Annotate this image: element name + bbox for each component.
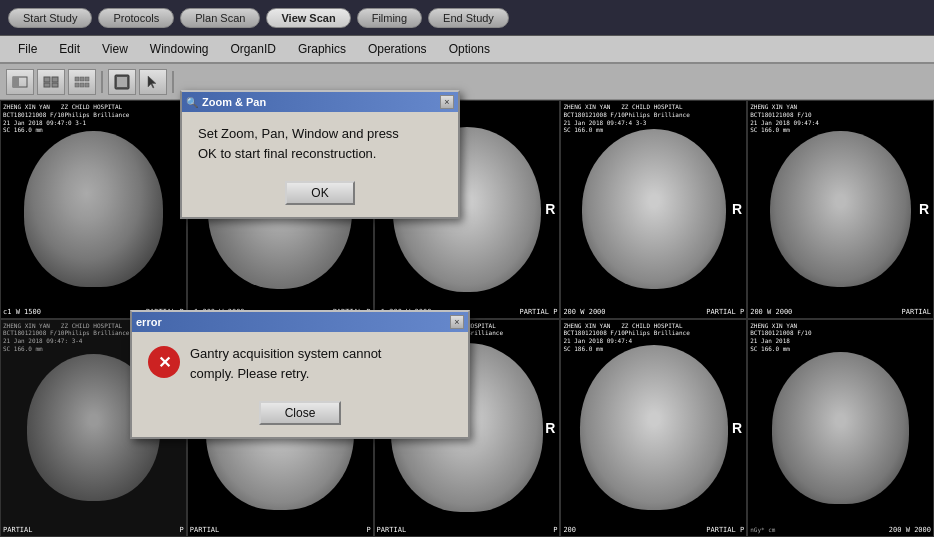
svg-marker-14	[148, 76, 156, 88]
top-navigation: Start Study Protocols Plan Scan View Sca…	[0, 0, 934, 36]
protocols-button[interactable]: Protocols	[98, 8, 174, 28]
ct-brain-10	[772, 352, 909, 504]
error-dialog: error × ✕ Gantry acquisition system cann…	[130, 310, 470, 439]
toolbar-btn-2[interactable]	[37, 69, 65, 95]
zoom-ok-button[interactable]: OK	[285, 181, 354, 205]
error-dialog-actions: Close	[132, 395, 468, 437]
toolbar-btn-3[interactable]	[68, 69, 96, 95]
ct-label-r-8: R	[545, 420, 555, 436]
menu-operations[interactable]: Operations	[358, 40, 437, 58]
ct-footer-8: PARTIALP	[377, 526, 558, 534]
svg-rect-13	[117, 77, 127, 87]
svg-rect-2	[44, 77, 50, 82]
svg-rect-3	[52, 77, 58, 82]
ct-cell-9: ZHENG XIN YAN ZZ CHILD HOSPITALBCT180121…	[560, 319, 747, 538]
error-dialog-titlebar-close-button[interactable]: ×	[450, 315, 464, 329]
menu-organid[interactable]: OrganID	[221, 40, 286, 58]
error-icon: ✕	[148, 346, 180, 378]
ct-header-1: ZHENG XIN YAN ZZ CHILD HOSPITALBCT180121…	[3, 103, 184, 134]
ct-cell-1: ZHENG XIN YAN ZZ CHILD HOSPITALBCT180121…	[0, 100, 187, 319]
end-study-button[interactable]: End Study	[428, 8, 509, 28]
zoom-dialog-content: Set Zoom, Pan, Window and press OK to st…	[182, 112, 458, 175]
zoom-dialog-title: 🔍 Zoom & Pan	[186, 96, 266, 108]
zoom-icon: 🔍	[186, 97, 198, 108]
svg-rect-7	[80, 77, 84, 81]
ct-footer-9: 200PARTIAL P	[563, 526, 744, 534]
svg-rect-8	[85, 77, 89, 81]
svg-rect-4	[44, 83, 50, 87]
zoom-dialog-message: Set Zoom, Pan, Window and press OK to st…	[198, 124, 418, 163]
zoom-dialog-actions: OK	[182, 175, 458, 217]
menu-file[interactable]: File	[8, 40, 47, 58]
filming-button[interactable]: Filming	[357, 8, 422, 28]
toolbar	[0, 64, 934, 100]
error-close-button[interactable]: Close	[259, 401, 342, 425]
menu-options[interactable]: Options	[439, 40, 500, 58]
ct-header-10: ZHENG XIN YANBCT180121008 F/1021 Jan 201…	[750, 322, 931, 353]
ct-brain-5	[770, 131, 910, 287]
svg-rect-5	[52, 83, 58, 87]
view-scan-button[interactable]: View Scan	[266, 8, 350, 28]
ct-brain-9	[580, 345, 728, 510]
ct-footer-5: 200 W 2000PARTIAL	[750, 308, 931, 316]
ct-label-r-9: R	[732, 420, 742, 436]
zoom-dialog-titlebar: 🔍 Zoom & Pan ×	[182, 92, 458, 112]
menu-edit[interactable]: Edit	[49, 40, 90, 58]
ct-cell-4: ZHENG XIN YAN ZZ CHILD HOSPITALBCT180121…	[560, 100, 747, 319]
zoom-pan-dialog: 🔍 Zoom & Pan × Set Zoom, Pan, Window and…	[180, 90, 460, 219]
menu-graphics[interactable]: Graphics	[288, 40, 356, 58]
menu-bar: File Edit View Windowing OrganID Graphic…	[0, 36, 934, 64]
plan-scan-button[interactable]: Plan Scan	[180, 8, 260, 28]
error-dialog-titlebar: error ×	[132, 312, 468, 332]
zoom-dialog-close-button[interactable]: ×	[440, 95, 454, 109]
ct-footer-10: nGy* cm200 W 2000	[750, 526, 931, 534]
ct-label-r-4: R	[732, 201, 742, 217]
error-dialog-message: Gantry acquisition system cannot comply.…	[190, 344, 410, 383]
svg-rect-10	[80, 83, 84, 87]
ct-brain-4	[582, 129, 726, 289]
error-dialog-content: ✕ Gantry acquisition system cannot compl…	[132, 332, 468, 395]
ct-cell-5: ZHENG XIN YANBCT180121008 F/1021 Jan 201…	[747, 100, 934, 319]
menu-windowing[interactable]: Windowing	[140, 40, 219, 58]
svg-rect-11	[85, 83, 89, 87]
ct-brain-1	[24, 131, 163, 287]
ct-footer-4: 200 W 2000PARTIAL P	[563, 308, 744, 316]
svg-rect-9	[75, 83, 79, 87]
toolbar-btn-4[interactable]	[108, 69, 136, 95]
toolbar-btn-1[interactable]	[6, 69, 34, 95]
ct-label-r-3: R	[545, 201, 555, 217]
ct-label-r-5: R	[919, 201, 929, 217]
ct-footer-7: PARTIALP	[190, 526, 371, 534]
svg-rect-1	[13, 77, 19, 87]
ct-cell-10: ZHENG XIN YANBCT180121008 F/1021 Jan 201…	[747, 319, 934, 538]
ct-header-9: ZHENG XIN YAN ZZ CHILD HOSPITALBCT180121…	[563, 322, 744, 353]
toolbar-cursor-btn[interactable]	[139, 69, 167, 95]
toolbar-separator-1	[101, 71, 103, 93]
start-study-button[interactable]: Start Study	[8, 8, 92, 28]
ct-footer-6: PARTIALP	[3, 526, 184, 534]
toolbar-separator-2	[172, 71, 174, 93]
error-dialog-title: error	[136, 316, 162, 328]
svg-rect-6	[75, 77, 79, 81]
menu-view[interactable]: View	[92, 40, 138, 58]
ct-header-5: ZHENG XIN YANBCT180121008 F/1021 Jan 201…	[750, 103, 931, 134]
